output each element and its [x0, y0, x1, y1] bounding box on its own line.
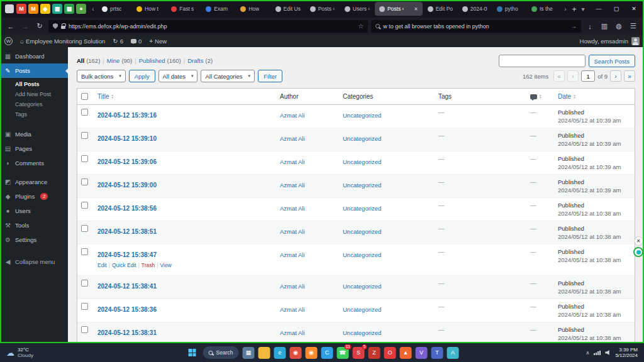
categories-filter-select[interactable]: All Categories▾	[201, 70, 255, 82]
row-checkbox[interactable]	[81, 248, 88, 255]
posts-search-input[interactable]	[499, 55, 586, 67]
author-link[interactable]: Azmat Ali	[280, 251, 305, 258]
taskbar-icon-skype[interactable]: S5	[352, 347, 364, 359]
taskbar-icon-firefox[interactable]: ◉	[305, 347, 317, 359]
taskbar-icon-filezilla[interactable]: Z	[368, 347, 380, 359]
browser-tab[interactable]: Edit User I	[271, 2, 305, 16]
post-title-link[interactable]: 2024-05-12 15:38:51	[97, 228, 157, 235]
browser-tab[interactable]: How t	[132, 2, 166, 16]
post-title-link[interactable]: 2024-05-12 15:38:31	[97, 329, 157, 336]
browser-tab[interactable]: Users ‹ Em	[340, 2, 374, 16]
refresh-icon[interactable]: ↻	[34, 21, 45, 32]
author-link[interactable]: Azmat Ali	[280, 205, 305, 212]
sidebar-item-users[interactable]: ●Users	[0, 204, 68, 218]
pinned-tab-chat[interactable]: ▣	[52, 4, 62, 14]
submenu-item-tags[interactable]: Tags	[0, 109, 68, 119]
author-link[interactable]: Azmat Ali	[280, 112, 305, 119]
close-button[interactable]: ✕	[625, 0, 643, 18]
sidebar-item-dashboard[interactable]: ▦Dashboard	[0, 49, 68, 63]
account-icon[interactable]: ◍	[613, 21, 625, 32]
author-link[interactable]: Azmat Ali	[280, 135, 305, 142]
bulk-actions-select[interactable]: Bulk actions▾	[77, 70, 126, 82]
row-checkbox[interactable]	[81, 280, 88, 287]
browser-search-field[interactable]: w to get all browser tabs opened in pyth…	[371, 20, 581, 33]
category-link[interactable]: Uncategorized	[343, 205, 381, 212]
taskbar-icon-vscode[interactable]: C	[321, 347, 333, 359]
author-link[interactable]: Azmat Ali	[280, 306, 305, 313]
howdy-text[interactable]: Howdy, emsadmin	[580, 38, 628, 45]
network-icon[interactable]	[594, 351, 601, 355]
browser-tab[interactable]: Exam	[201, 2, 235, 16]
taskbar-icon-opera[interactable]: O	[384, 347, 396, 359]
pinned-tab-gmail-2[interactable]: M	[28, 4, 38, 14]
sidebar-item-posts[interactable]: ✎Posts	[0, 63, 68, 78]
new-content-link[interactable]: + New	[146, 35, 170, 47]
category-link[interactable]: Uncategorized	[343, 112, 381, 119]
taskbar-icon-remote-app[interactable]: A	[447, 347, 458, 359]
bookmark-star-icon[interactable]: ☆	[358, 23, 364, 30]
author-link[interactable]: Azmat Ali	[280, 329, 305, 336]
category-link[interactable]: Uncategorized	[343, 251, 381, 258]
post-title-link[interactable]: 2024-05-12 15:39:06	[97, 158, 157, 165]
tab-scroll-left-icon[interactable]: ‹	[89, 6, 97, 13]
address-bar[interactable]: https://ems.defox.pk/wp-admin/edit.php ☆	[48, 20, 368, 33]
view-filter-all[interactable]: All(162)	[77, 57, 100, 64]
browser-tab[interactable]: prtsc	[97, 2, 131, 16]
tray-chevron-icon[interactable]: ∧	[586, 350, 590, 356]
post-title-link[interactable]: 2024-05-12 15:38:41	[97, 283, 157, 290]
column-header-title[interactable]: Title ▲▼	[94, 93, 276, 100]
dates-filter-select[interactable]: All dates▾	[158, 70, 198, 82]
view-filter-mine[interactable]: Mine(90)	[107, 57, 133, 64]
taskbar-icon-whatsapp[interactable]: ☎33	[336, 347, 348, 359]
taskbar-icon-chrome[interactable]: ◉	[289, 347, 301, 359]
row-checkbox[interactable]	[81, 155, 88, 162]
filter-button[interactable]: Filter	[258, 70, 282, 82]
browser-tab[interactable]: Is the	[527, 2, 561, 16]
category-link[interactable]: Uncategorized	[343, 329, 381, 336]
pinned-tab-drive[interactable]: ◆	[40, 4, 50, 14]
downloads-icon[interactable]: ↓	[584, 21, 596, 32]
view-filter-drafts[interactable]: Drafts(2)	[187, 57, 213, 64]
updates-link[interactable]: ↻ 6	[109, 35, 126, 47]
row-action-trash[interactable]: Trash	[142, 262, 155, 268]
pinned-tab-meet[interactable]: ●	[76, 4, 86, 14]
submenu-item-add-new-post[interactable]: Add New Post	[0, 89, 68, 99]
new-tab-button[interactable]: +	[570, 4, 579, 14]
row-checkbox[interactable]	[81, 225, 88, 232]
post-title-link[interactable]: 2024-05-12 15:38:56	[97, 205, 157, 212]
menu-icon[interactable]: ☰	[628, 21, 639, 32]
firefox-view-icon[interactable]	[5, 4, 14, 13]
last-page-button[interactable]: »	[624, 70, 635, 82]
maximize-button[interactable]: ▢	[608, 0, 625, 18]
current-page-input[interactable]	[581, 70, 595, 82]
sidebar-item-plugins[interactable]: ◆Plugins2	[0, 189, 68, 204]
browser-tab[interactable]: Posts ‹ Em	[306, 2, 340, 16]
site-name-link[interactable]: ⌂ Employee Monitoring Solution	[17, 35, 108, 47]
apply-button[interactable]: Apply	[129, 70, 155, 82]
column-header-comments[interactable]: ▲▼	[526, 94, 554, 99]
taskbar-icon-file-explorer[interactable]	[258, 347, 270, 359]
prev-page-button[interactable]: ‹	[567, 70, 579, 82]
row-action-edit[interactable]: Edit	[97, 262, 107, 268]
start-button[interactable]	[186, 346, 199, 359]
taskbar-icon-edge[interactable]: e	[274, 347, 286, 359]
first-page-button[interactable]: «	[553, 70, 565, 82]
category-link[interactable]: Uncategorized	[343, 182, 381, 189]
browser-tab[interactable]: Fast s	[167, 2, 201, 16]
shield-icon[interactable]	[53, 23, 58, 29]
forward-icon[interactable]: →	[19, 21, 31, 32]
browser-tab[interactable]: pytho	[492, 2, 526, 16]
sidebar-item-pages[interactable]: ▤Pages	[0, 141, 68, 156]
tab-close-icon[interactable]: ✕	[414, 6, 418, 12]
sidebar-item-media[interactable]: ▣Media	[0, 127, 68, 141]
minimize-button[interactable]: —	[590, 0, 608, 18]
wordpress-logo-icon[interactable]: W	[4, 37, 13, 45]
category-link[interactable]: Uncategorized	[343, 228, 381, 235]
browser-tab[interactable]: How	[236, 2, 270, 16]
taskbar-icon-visual-studio[interactable]: V	[415, 347, 427, 359]
category-link[interactable]: Uncategorized	[343, 158, 381, 165]
browser-tab[interactable]: Posts ‹✕	[375, 2, 423, 16]
widget-record-icon[interactable]	[633, 247, 643, 257]
weather-widget[interactable]: ☁ 32°C Cloudy	[6, 347, 33, 358]
author-link[interactable]: Azmat Ali	[280, 228, 305, 235]
